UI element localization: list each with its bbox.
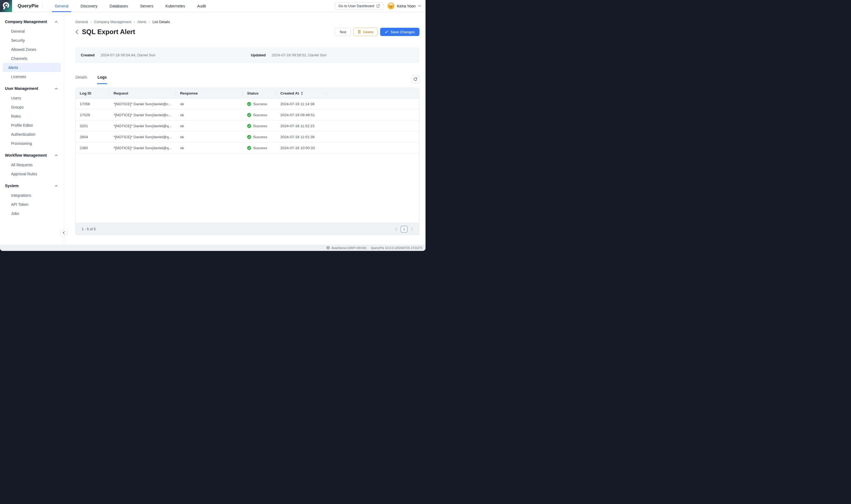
sidebar-section-title-user-management[interactable]: User Management bbox=[5, 86, 59, 91]
cell-status: Success bbox=[243, 113, 276, 117]
cell-request: *[NOTICE]* Daniel Son(daniel@c... bbox=[109, 102, 176, 106]
tab-details[interactable]: Details bbox=[75, 75, 87, 84]
save-changes-button[interactable]: Save Changes bbox=[380, 28, 419, 36]
previous-page-button[interactable] bbox=[395, 228, 397, 231]
sidebar-item-jobs[interactable]: Jobs bbox=[3, 209, 61, 218]
table-row[interactable]: 2360 *[NOTICE]* Daniel Son(daniel@q... o… bbox=[76, 143, 419, 154]
sidebar-section-company-management: Company Management General Security Allo… bbox=[0, 19, 64, 81]
chevron-down-icon bbox=[418, 5, 421, 7]
breadcrumb-alerts[interactable]: Alerts bbox=[137, 20, 146, 24]
sidebar-item-profile-editor[interactable]: Profile Editor bbox=[3, 121, 61, 130]
sidebar-item-allowed-zones[interactable]: Allowed Zones bbox=[3, 45, 61, 54]
sidebar-item-api-token[interactable]: API Token bbox=[3, 200, 61, 209]
section-title-label: Workflow Management bbox=[5, 153, 47, 158]
nav-item-servers[interactable]: Servers bbox=[140, 0, 153, 12]
save-changes-label: Save Changes bbox=[390, 30, 415, 34]
sidebar-collapse-button[interactable] bbox=[60, 229, 68, 237]
current-page-button[interactable]: 1 bbox=[401, 226, 408, 233]
nav-item-audit[interactable]: Audit bbox=[197, 0, 206, 12]
sidebar-item-integrations[interactable]: Integrations bbox=[3, 191, 61, 200]
title-row: SQL Export Alert Test Delete Save Change… bbox=[75, 28, 419, 36]
column-header-created-at[interactable]: Created At bbox=[276, 88, 326, 98]
sidebar-item-provisioning[interactable]: Provisioning bbox=[3, 139, 61, 148]
test-button[interactable]: Test bbox=[334, 28, 351, 36]
cell-request: *[NOTICE]* Daniel Son(daniel@q... bbox=[109, 135, 176, 139]
sidebar-item-security[interactable]: Security bbox=[3, 36, 61, 45]
cell-created-at: 2024-07-19 11:14:38 bbox=[276, 102, 326, 106]
sidebar-item-authentication[interactable]: Authentication bbox=[3, 130, 61, 139]
cell-created-at: 2024-07-16 11:01:38 bbox=[276, 135, 326, 139]
success-status-icon bbox=[247, 102, 251, 106]
version-info: QueryPie 10.0.0 (20240725-171127) bbox=[371, 246, 422, 250]
sidebar-item-approval-rules[interactable]: Approval Rules bbox=[3, 169, 61, 178]
chevron-left-icon bbox=[63, 231, 65, 234]
avatar bbox=[387, 2, 395, 10]
brand-name: QueryPie bbox=[18, 3, 38, 9]
tab-logs[interactable]: Logs bbox=[97, 75, 107, 84]
table-row[interactable]: 2804 *[NOTICE]* Daniel Son(daniel@q... o… bbox=[76, 132, 419, 143]
chevron-up-icon bbox=[55, 155, 59, 156]
table-row[interactable]: 3201 *[NOTICE]* Daniel Son(daniel@q... o… bbox=[76, 121, 419, 132]
main-content: General › Company Management › Alerts › … bbox=[64, 12, 426, 245]
column-header-status: Status bbox=[243, 88, 276, 98]
cell-log-id: 17056 bbox=[76, 102, 109, 106]
querypie-logo[interactable] bbox=[0, 0, 12, 12]
success-status-icon bbox=[247, 135, 251, 139]
column-header-log-id: Log ID bbox=[76, 88, 109, 98]
nav-item-databases[interactable]: Databases bbox=[110, 0, 128, 12]
sidebar-item-channels[interactable]: Channels bbox=[3, 54, 61, 63]
sidebar-item-users[interactable]: Users bbox=[3, 93, 61, 103]
trash-icon bbox=[358, 30, 361, 34]
logs-table: Log ID Request Response Status Created A… bbox=[75, 88, 419, 235]
sidebar-item-groups[interactable]: Groups bbox=[3, 103, 61, 112]
timezone-info: Asia/Seoul (GMT+09:00) bbox=[326, 246, 366, 250]
external-link-icon bbox=[376, 4, 380, 8]
nav-item-kubernetes[interactable]: Kubernetes bbox=[165, 0, 185, 12]
sidebar-section-title-system[interactable]: System bbox=[5, 183, 59, 188]
user-menu[interactable]: Keira Yoon bbox=[387, 2, 421, 10]
breadcrumb-company-management[interactable]: Company Management bbox=[94, 20, 131, 24]
breadcrumb-general[interactable]: General bbox=[75, 20, 88, 24]
breadcrumb: General › Company Management › Alerts › … bbox=[75, 20, 419, 24]
sidebar-item-alerts[interactable]: Alerts bbox=[3, 63, 61, 72]
cell-log-id: 2804 bbox=[76, 135, 109, 139]
chevron-left-icon bbox=[75, 30, 78, 34]
timezone-label: Asia/Seoul (GMT+09:00) bbox=[331, 246, 366, 250]
cell-response: ok bbox=[176, 102, 243, 106]
refresh-button[interactable] bbox=[411, 75, 419, 83]
title-actions: Test Delete Save Changes bbox=[334, 28, 419, 36]
created-meta: Created 2024-07-16 09:54:44, Daniel Son bbox=[75, 53, 251, 57]
created-at-header-label: Created At bbox=[280, 91, 299, 95]
sidebar-item-general[interactable]: General bbox=[3, 26, 61, 36]
sidebar: Company Management General Security Allo… bbox=[0, 12, 64, 245]
updated-meta: Updated 2024-07-16 09:59:52, Daniel Son bbox=[251, 53, 327, 57]
sidebar-section-user-management: User Management Users Groups Roles Profi… bbox=[0, 86, 64, 148]
cell-created-at: 2024-07-16 10:00:33 bbox=[276, 146, 326, 150]
cell-status: Success bbox=[243, 124, 276, 128]
cell-log-id: 2360 bbox=[76, 146, 109, 150]
table-row[interactable]: 17029 *[NOTICE]* Daniel Son(daniel@c... … bbox=[76, 110, 419, 121]
created-label: Created bbox=[81, 53, 94, 57]
delete-button[interactable]: Delete bbox=[354, 28, 378, 36]
status-label: Success bbox=[253, 124, 267, 128]
sidebar-item-roles[interactable]: Roles bbox=[3, 112, 61, 121]
sidebar-section-title-workflow-management[interactable]: Workflow Management bbox=[5, 152, 59, 158]
back-button[interactable] bbox=[75, 30, 78, 34]
pagination-range: 1 - 5 of 5 bbox=[82, 227, 96, 231]
refresh-icon bbox=[413, 77, 418, 82]
nav-item-discovery[interactable]: Discovery bbox=[80, 0, 97, 12]
go-to-user-dashboard-button[interactable]: Go to User Dashboard bbox=[335, 2, 383, 10]
cell-created-at: 2024-07-19 09:49:51 bbox=[276, 113, 326, 117]
sidebar-section-title-company-management[interactable]: Company Management bbox=[5, 19, 59, 24]
status-label: Success bbox=[253, 146, 267, 150]
nav-item-general[interactable]: General bbox=[55, 0, 69, 12]
next-page-button[interactable] bbox=[411, 228, 413, 231]
cell-status: Success bbox=[243, 102, 276, 106]
tabs-row: Details Logs bbox=[75, 75, 419, 84]
go-to-user-dashboard-label: Go to User Dashboard bbox=[338, 4, 374, 8]
sidebar-section-workflow-management: Workflow Management All Requests Approva… bbox=[0, 152, 64, 178]
sidebar-item-licenses[interactable]: Licenses bbox=[3, 72, 61, 81]
table-row[interactable]: 17056 *[NOTICE]* Daniel Son(daniel@c... … bbox=[76, 98, 419, 110]
sidebar-item-all-requests[interactable]: All Requests bbox=[3, 160, 61, 169]
cell-request: *[NOTICE]* Daniel Son(daniel@c... bbox=[109, 113, 176, 117]
